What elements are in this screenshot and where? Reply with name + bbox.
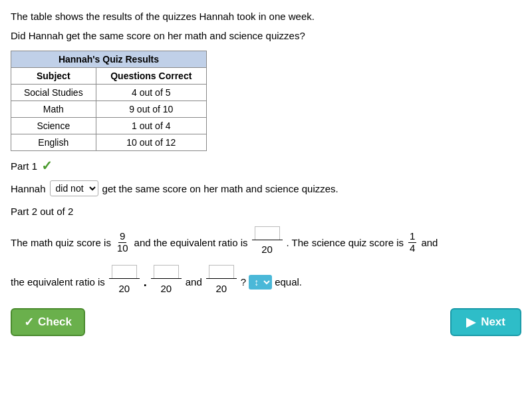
equiv-blank2-input[interactable] <box>154 265 179 278</box>
part1-prefix: Hannah <box>11 183 46 194</box>
dot1: . <box>144 270 147 294</box>
math-suffix: . The science quiz score is <box>287 234 404 252</box>
equiv-blank2: 20 <box>151 265 182 299</box>
equiv-blank3: 20 <box>206 265 237 299</box>
check-button[interactable]: ✓ Check <box>11 308 85 336</box>
and2-text: and <box>186 272 202 292</box>
table-row: English10 out of 12 <box>11 134 207 151</box>
intro-text: The table shows the results of the quizz… <box>11 9 521 23</box>
equiv-blank3-input[interactable] <box>209 265 234 278</box>
bottom-buttons: ✓ Check ▶ Next <box>11 308 521 336</box>
part1-section: Part 1 ✓ <box>11 158 521 174</box>
score-cell: 1 out of 4 <box>96 118 206 134</box>
part1-label: Part 1 <box>11 160 37 172</box>
col-header-correct: Questions Correct <box>96 68 206 85</box>
table-caption: Hannah's Quiz Results <box>11 51 207 67</box>
science-fraction: 1 4 <box>408 231 416 254</box>
score-cell: 10 out of 12 <box>96 134 206 151</box>
table-container: Hannah's Quiz Results Subject Questions … <box>11 51 521 151</box>
part1-checkmark: ✓ <box>41 158 53 174</box>
part1-sentence: Hannah did did not get the same score on… <box>11 180 521 196</box>
math-mid-text: and the equivalent ratio is <box>134 234 248 252</box>
check-label: Check <box>38 315 72 329</box>
table-row: Social Studies4 out of 5 <box>11 85 207 101</box>
subject-cell: Social Studies <box>11 85 96 101</box>
next-arrow-icon: ▶ <box>466 315 475 329</box>
part2-label: Part 2 out of 2 <box>11 206 521 217</box>
subject-cell: Math <box>11 101 96 118</box>
question-mark-text: ? <box>241 272 246 292</box>
table-row: Science1 out of 4 <box>11 118 207 134</box>
science-and: and <box>421 234 438 252</box>
col-header-subject: Subject <box>11 68 96 85</box>
math-ratio-blank: 20 <box>252 226 283 258</box>
did-not-dropdown[interactable]: did did not <box>50 180 98 196</box>
subject-cell: English <box>11 134 96 151</box>
check-icon: ✓ <box>24 315 34 329</box>
science-equiv-line: the equivalent ratio is 20 . 20 and 20 ?… <box>11 265 521 299</box>
equiv-blank1-input[interactable] <box>112 265 137 278</box>
math-score-line: The math quiz score is 9 10 and the equi… <box>11 226 521 258</box>
question-text: Did Hannah get the same score on her mat… <box>11 29 521 43</box>
next-button[interactable]: ▶ Next <box>450 308 521 336</box>
subject-cell: Science <box>11 118 96 134</box>
next-label: Next <box>481 315 505 329</box>
equal-text: equal. <box>275 272 302 292</box>
equiv-prefix: the equivalent ratio is <box>11 272 105 292</box>
math-fraction: 9 10 <box>116 231 130 254</box>
score-cell: 9 out of 10 <box>96 101 206 118</box>
part1-suffix: get the same score on her math and scien… <box>102 183 338 194</box>
table-row: Math9 out of 10 <box>11 101 207 118</box>
math-ratio-input[interactable] <box>255 226 280 240</box>
score-cell: 4 out of 5 <box>96 85 206 101</box>
equal-dropdown[interactable]: ↕ <box>249 275 272 290</box>
equiv-blank1: 20 <box>109 265 140 299</box>
math-prefix: The math quiz score is <box>11 234 111 252</box>
